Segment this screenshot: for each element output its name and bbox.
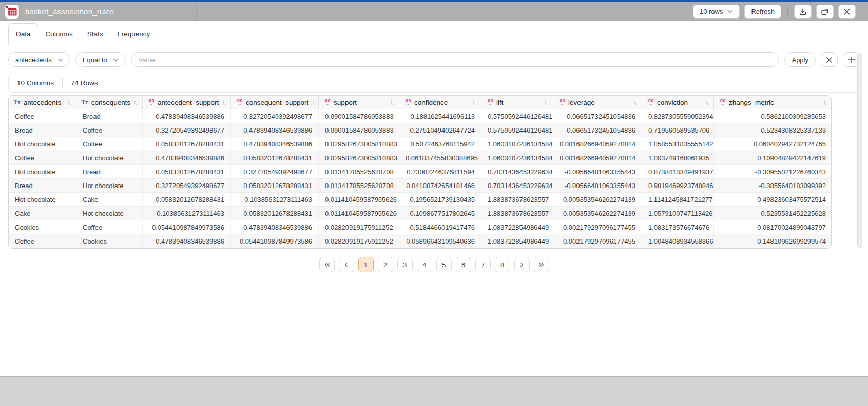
cell-consequents[interactable]: Cake [76, 193, 143, 207]
cell-consequents[interactable]: Bread [76, 165, 143, 179]
column-header-support[interactable]: .00→support↑↓ [319, 96, 399, 109]
cell-consequents[interactable]: Coffee [76, 220, 143, 234]
close-button[interactable] [838, 5, 856, 19]
cell-confidence[interactable]: 0.2751049402647724 [399, 123, 481, 137]
cell-antecedent_support[interactable]: 0.47839408346539886 [143, 234, 231, 248]
vertical-scrollbar[interactable] [857, 53, 862, 248]
cell-leverage[interactable]: 0.005353546262274139 [553, 193, 642, 207]
cell-leverage[interactable]: -0.06651732451054836 [553, 109, 642, 123]
cell-zhangs_metric[interactable]: -0.30955021226760343 [714, 165, 832, 179]
clear-filter-button[interactable] [821, 52, 838, 67]
cell-lift[interactable]: 0.7031436453229634 [481, 179, 553, 193]
cell-lift[interactable]: 1.883873678623557 [481, 193, 553, 207]
cell-support[interactable]: 0.02820919175911252 [319, 234, 399, 248]
filter-column-select[interactable]: antecedents [8, 52, 70, 67]
column-header-antecedents[interactable]: TTantecedents↑↓ [9, 96, 76, 109]
cell-leverage[interactable]: -0.00566481063355443 [553, 179, 642, 193]
column-header-antecedent_support[interactable]: .00→antecedent_support↑↓ [143, 96, 231, 109]
cell-antecedent_support[interactable]: 0.054410987849973586 [143, 220, 231, 234]
pagination-page-4[interactable]: 4 [417, 257, 432, 272]
sort-icon[interactable]: ↑↓ [544, 99, 549, 105]
cell-conviction[interactable]: 1.0048408934558366 [642, 234, 714, 248]
cell-antecedents[interactable]: Cake [9, 207, 76, 220]
cell-confidence[interactable]: 0.061837455830388695 [399, 151, 481, 165]
cell-conviction[interactable]: 1.003749168061935 [642, 151, 714, 165]
cell-leverage[interactable]: 0.002179297096177455 [553, 220, 642, 234]
pagination-last-button[interactable] [534, 257, 549, 272]
cell-conviction[interactable]: 0.8738413349491937 [642, 165, 714, 179]
column-header-zhangs_metric[interactable]: .00→zhangs_metric↑↓ [714, 96, 832, 109]
pagination-page-6[interactable]: 6 [456, 257, 471, 272]
cell-conviction[interactable]: 1.0585531835555142 [642, 137, 714, 151]
cell-support[interactable]: 0.011410459587955626 [319, 207, 399, 220]
cell-lift[interactable]: 1.0603107236134584 [481, 151, 553, 165]
download-button[interactable] [794, 5, 812, 19]
cell-antecedents[interactable]: Hot chocolate [9, 165, 76, 179]
cell-zhangs_metric[interactable]: 0.5235531452225628 [714, 207, 832, 220]
filter-value-input[interactable] [131, 52, 780, 67]
cell-consequents[interactable]: Hot chocolate [76, 207, 143, 220]
cell-confidence[interactable]: 0.5072463768115942 [399, 137, 481, 151]
cell-consequent_support[interactable]: 0.05832012678288431 [231, 179, 319, 193]
cell-antecedent_support[interactable]: 0.32720549392498677 [143, 123, 231, 137]
cell-support[interactable]: 0.011410459587955626 [319, 193, 399, 207]
pagination-page-1[interactable]: 1 [358, 257, 374, 272]
cell-support[interactable]: 0.09001584786053883 [319, 123, 399, 137]
cell-confidence[interactable]: 0.5184466019417476 [399, 220, 481, 234]
cell-leverage[interactable]: -0.00566481063355443 [553, 165, 642, 179]
tab-columns[interactable]: Columns [38, 24, 80, 45]
cell-lift[interactable]: 0.5750592446126481 [481, 123, 553, 137]
cell-lift[interactable]: 1.083722854986449 [481, 234, 553, 248]
column-header-confidence[interactable]: .00→confidence↑↓ [399, 96, 481, 109]
cell-antecedent_support[interactable]: 0.05832012678288431 [143, 193, 231, 207]
popout-button[interactable] [816, 5, 834, 19]
cell-conviction[interactable]: 0.9819469923748846 [642, 179, 714, 193]
cell-lift[interactable]: 1.883873678623557 [481, 207, 553, 220]
cell-leverage[interactable]: -0.06651732451054836 [553, 123, 642, 137]
cell-support[interactable]: 0.029582673005810883 [319, 137, 399, 151]
sort-icon[interactable]: ↑↓ [222, 99, 226, 105]
pagination-prev-button[interactable] [339, 257, 354, 272]
sort-icon[interactable]: ↑↓ [312, 99, 316, 105]
cell-zhangs_metric[interactable]: 0.060402942732124765 [714, 137, 832, 151]
cell-confidence[interactable]: 0.1881625441696113 [399, 109, 481, 123]
cell-antecedents[interactable]: Hot chocolate [9, 193, 76, 207]
cell-antecedent_support[interactable]: 0.10385631273111463 [143, 207, 231, 220]
rows-per-page-select[interactable]: 10 rows [693, 5, 740, 19]
cell-antecedents[interactable]: Cookies [9, 220, 76, 234]
cell-antecedent_support[interactable]: 0.47839408346539886 [143, 109, 231, 123]
cell-confidence[interactable]: 0.1956521739130435 [399, 193, 481, 207]
pagination-page-2[interactable]: 2 [378, 257, 393, 272]
cell-support[interactable]: 0.029582673005810883 [319, 151, 399, 165]
cell-consequent_support[interactable]: 0.05832012678288431 [231, 151, 319, 165]
cell-antecedent_support[interactable]: 0.47839408346539886 [143, 151, 231, 165]
cell-zhangs_metric[interactable]: -0.5862100309285653 [714, 109, 832, 123]
pagination-page-7[interactable]: 7 [475, 257, 491, 272]
cell-consequent_support[interactable]: 0.32720549392498677 [231, 165, 319, 179]
sort-icon[interactable]: ↑↓ [472, 99, 477, 105]
cell-consequents[interactable]: Coffee [76, 137, 143, 151]
cell-zhangs_metric[interactable]: 0.08170024899043797 [714, 220, 832, 234]
cell-support[interactable]: 0.01341785525620708 [319, 165, 399, 179]
column-header-leverage[interactable]: .00→leverage↑↓ [553, 96, 642, 109]
cell-conviction[interactable]: 1.0579100747113426 [642, 207, 714, 220]
sort-icon[interactable]: ↑↓ [705, 99, 709, 105]
pagination-page-5[interactable]: 5 [436, 257, 452, 272]
cell-antecedent_support[interactable]: 0.32720549392498677 [143, 179, 231, 193]
cell-consequents[interactable]: Cookies [76, 234, 143, 248]
cell-consequent_support[interactable]: 0.05832012678288431 [231, 207, 319, 220]
column-header-consequents[interactable]: TTconsequents↑↓ [76, 96, 143, 109]
refresh-button[interactable]: Refresh [744, 5, 781, 19]
pagination-page-3[interactable]: 3 [397, 257, 413, 272]
cell-consequent_support[interactable]: 0.47839408346539886 [231, 137, 319, 151]
cell-zhangs_metric[interactable]: 0.14810962699299574 [714, 234, 832, 248]
cell-lift[interactable]: 1.0603107236134584 [481, 137, 553, 151]
cell-antecedent_support[interactable]: 0.05832012678288431 [143, 165, 231, 179]
cell-consequent_support[interactable]: 0.47839408346539886 [231, 123, 319, 137]
column-header-lift[interactable]: .00→lift↑↓ [481, 96, 553, 109]
cell-consequent_support[interactable]: 0.47839408346539886 [231, 220, 319, 234]
cell-zhangs_metric[interactable]: 0.10904829422147619 [714, 151, 832, 165]
cell-antecedents[interactable]: Coffee [9, 234, 76, 248]
cell-confidence[interactable]: 0.1098677517802645 [399, 207, 481, 220]
tab-stats[interactable]: Stats [80, 24, 110, 45]
